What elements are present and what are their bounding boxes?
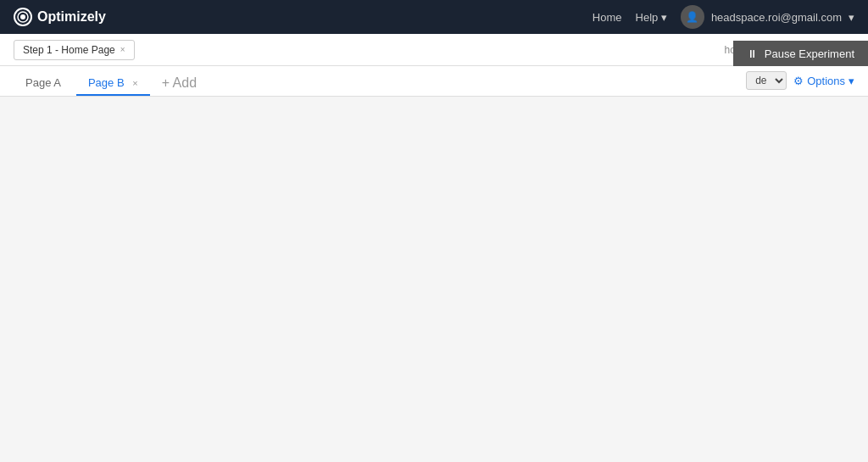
tab-page-a[interactable]: Page A xyxy=(14,71,73,96)
options-label: Options xyxy=(807,75,845,87)
user-dropdown-icon: ▾ xyxy=(849,11,854,24)
nav-right: Home Help ▾ 👤 headspace.roi@gmail.com ▾ xyxy=(593,5,854,29)
tab-page-b-close[interactable]: × xyxy=(132,78,137,88)
user-email: headspace.roi@gmail.com xyxy=(711,11,842,24)
logo-text: Optimizely xyxy=(37,9,106,25)
nav-left: Optimizely xyxy=(14,8,106,26)
help-nav-item[interactable]: Help ▾ xyxy=(636,11,667,24)
top-navigation: Optimizely Home Help ▾ 👤 headspace.roi@g… xyxy=(0,0,868,34)
pause-experiment-button[interactable]: ⏸ Pause Experiment xyxy=(733,41,868,67)
breadcrumb-text: Step 1 - Home Page xyxy=(23,44,115,56)
logo: Optimizely xyxy=(14,8,106,26)
breadcrumb[interactable]: Step 1 - Home Page × xyxy=(14,40,135,60)
toolbar-right-area: hours ago Saved ↩ ↪ ⏸ Pause Experiment xyxy=(711,34,868,66)
zoom-select[interactable]: de xyxy=(746,71,787,90)
tab-page-b[interactable]: Page B × xyxy=(76,71,150,96)
options-button[interactable]: ⚙ Options ▾ xyxy=(793,75,854,87)
options-gear-icon: ⚙ xyxy=(793,75,804,87)
home-nav-item[interactable]: Home xyxy=(593,11,622,24)
tabs-bar: Page A Page B × + Add de ⚙ Options ▾ xyxy=(0,66,868,97)
pause-label: Pause Experiment xyxy=(765,47,854,60)
logo-icon xyxy=(14,8,32,26)
svg-point-1 xyxy=(20,14,25,19)
page-toolbar: Step 1 - Home Page × hours ago Saved ↩ ↪… xyxy=(0,34,868,66)
tab-add-button[interactable]: + Add xyxy=(153,70,205,96)
breadcrumb-close[interactable]: × xyxy=(120,45,125,54)
pause-icon: ⏸ xyxy=(747,47,758,60)
avatar: 👤 xyxy=(681,5,704,29)
user-area[interactable]: 👤 headspace.roi@gmail.com ▾ xyxy=(681,5,854,29)
